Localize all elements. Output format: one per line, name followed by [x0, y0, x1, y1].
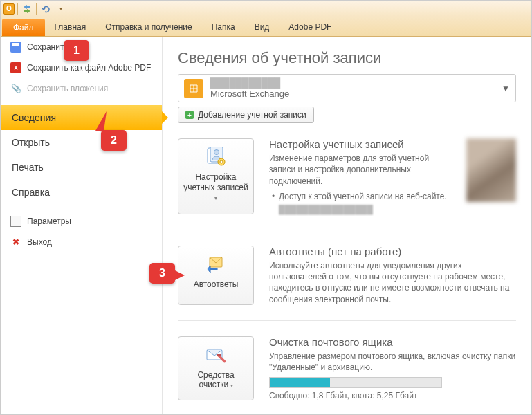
- section-title: Очистка почтового ящика: [269, 336, 516, 348]
- svg-rect-8: [217, 354, 221, 356]
- sidebar-save-attachments: 📎 Сохранить вложения: [1, 78, 162, 99]
- sidebar-label: Сохранить вложения: [27, 84, 108, 93]
- app-icon: O: [3, 3, 15, 15]
- svg-point-5: [220, 160, 223, 163]
- account-settings-button[interactable]: Настройка учетных записей: [178, 138, 254, 214]
- section-body: Автоответы (нет на работе) Используйте а…: [269, 246, 516, 305]
- options-icon: [10, 216, 21, 227]
- sidebar-options[interactable]: Параметры: [1, 211, 162, 232]
- user-avatar-blurred: [466, 138, 516, 202]
- section-bullet: Доступ к этой учетной записи на веб-сайт…: [269, 191, 451, 202]
- section-desc: Используйте автоответы для уведомления д…: [269, 260, 516, 305]
- cleanup-tools-button[interactable]: Средства очистки: [178, 336, 254, 400]
- sidebar-label: Сохранить как файл Adobe PDF: [27, 63, 151, 73]
- add-account-label: Добавление учетной записи: [198, 110, 306, 120]
- auto-replies-button[interactable]: Автоответы: [178, 246, 254, 305]
- svg-point-3: [214, 150, 219, 155]
- ribbon-tabs: Файл Главная Отправка и получение Папка …: [1, 17, 531, 37]
- account-text: ███████████ Microsoft Exchange: [210, 77, 495, 99]
- annotation-callout-3: 3: [149, 263, 175, 284]
- tab-view[interactable]: Вид: [245, 17, 279, 36]
- tab-folder[interactable]: Папка: [202, 17, 245, 36]
- page-title: Сведения об учетной записи: [178, 49, 516, 67]
- quota-bar: [269, 377, 442, 388]
- pdf-icon: A: [10, 62, 21, 73]
- section-auto-replies: Автоответы Автоответы (нет на работе) Ис…: [178, 230, 516, 321]
- separator: [36, 3, 37, 15]
- attachment-icon: 📎: [10, 83, 21, 94]
- sidebar-label: Справка: [12, 187, 50, 198]
- section-cleanup: Средства очистки Очистка почтового ящика…: [178, 321, 516, 415]
- accounts-icon: [203, 146, 228, 168]
- sidebar-label: Выход: [27, 237, 52, 247]
- button-label: Средства очистки: [183, 370, 249, 390]
- send-receive-icon[interactable]: [21, 3, 33, 15]
- exchange-icon: [184, 79, 203, 98]
- section-account-settings: Настройка учетных записей Настройка учет…: [178, 123, 516, 230]
- tab-file[interactable]: Файл: [2, 19, 45, 36]
- quick-access-toolbar: O: [1, 1, 531, 17]
- add-account-button[interactable]: + Добавление учетной записи: [178, 107, 314, 123]
- sidebar-label: Параметры: [27, 216, 71, 226]
- account-type: Microsoft Exchange: [210, 89, 495, 100]
- sidebar-label: Сведения: [12, 112, 56, 123]
- plus-icon: +: [185, 111, 194, 119]
- backstage-sidebar: Сохранить A Сохранить как файл Adobe PDF…: [1, 37, 163, 415]
- button-label: Настройка учетных записей: [183, 172, 249, 202]
- quota-fill: [270, 378, 330, 387]
- chevron-down-icon: ▼: [502, 84, 510, 93]
- separator: [1, 208, 162, 208]
- section-body: Настройка учетных записей Изменение пара…: [269, 138, 451, 214]
- separator: [17, 3, 18, 15]
- exit-icon: ✖: [10, 237, 21, 248]
- separator: [1, 102, 162, 102]
- account-name-blurred: ███████████: [210, 77, 495, 89]
- sidebar-item-help[interactable]: Справка: [1, 180, 162, 205]
- tab-home[interactable]: Главная: [45, 17, 96, 36]
- web-access-link-blurred[interactable]: ████████████████: [269, 205, 451, 214]
- tab-adobe-pdf[interactable]: Adobe PDF: [279, 17, 341, 36]
- sidebar-label: Открыть: [12, 137, 50, 148]
- sidebar-item-open[interactable]: Открыть: [1, 130, 162, 155]
- section-body: Очистка почтового ящика Управление разме…: [269, 336, 516, 400]
- tab-send-receive[interactable]: Отправка и получение: [95, 17, 201, 36]
- section-desc: Управление размером почтового ящика, вкл…: [269, 351, 516, 373]
- section-desc: Изменение параметров для этой учетной за…: [269, 153, 451, 187]
- cleanup-icon: [203, 344, 228, 366]
- quota-text: Свободно: 1,8 Гбайт, квота: 5,25 Гбайт: [269, 391, 516, 400]
- sidebar-item-print[interactable]: Печать: [1, 155, 162, 180]
- account-selector[interactable]: ███████████ Microsoft Exchange ▼: [178, 74, 516, 102]
- sidebar-exit[interactable]: ✖ Выход: [1, 232, 162, 252]
- customize-qat-icon[interactable]: [55, 3, 67, 15]
- sidebar-label: Печать: [12, 162, 44, 173]
- sidebar-label: Сохранить: [27, 42, 68, 52]
- auto-reply-icon: [203, 253, 228, 275]
- button-label: Автоответы: [194, 279, 239, 289]
- annotation-callout-2: 2: [101, 130, 127, 151]
- annotation-callout-1: 1: [64, 40, 89, 61]
- undo-icon[interactable]: [39, 3, 52, 15]
- section-title: Настройка учетных записей: [269, 138, 451, 150]
- backstage-content: Сведения об учетной записи ███████████ M…: [163, 37, 531, 415]
- save-icon: [10, 42, 21, 53]
- sidebar-item-info[interactable]: Сведения: [1, 105, 162, 130]
- section-title: Автоответы (нет на работе): [269, 246, 516, 257]
